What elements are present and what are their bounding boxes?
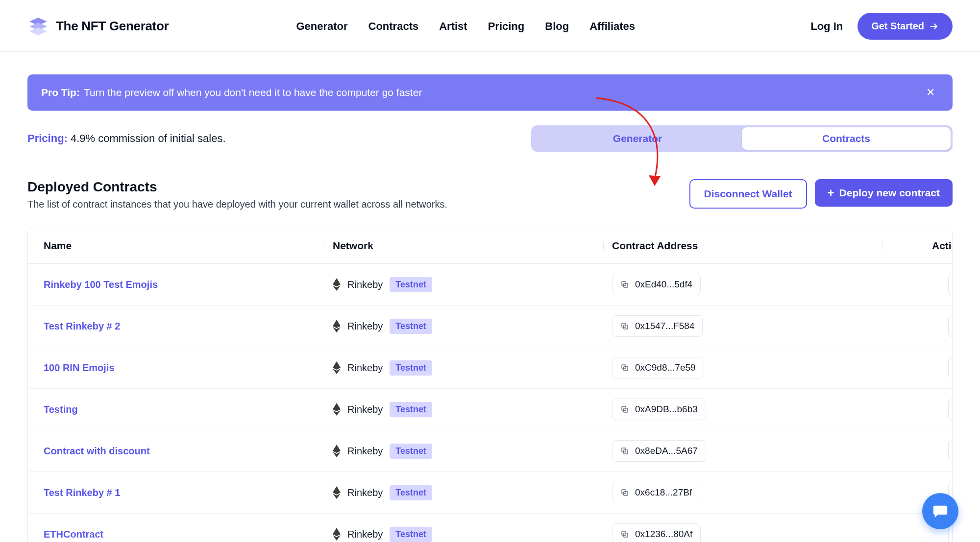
address-text: 0xA9DB...b6b3 <box>635 404 698 415</box>
contract-name-link[interactable]: Test Rinkeby # 1 <box>44 487 120 498</box>
copy-icon <box>620 363 629 372</box>
svg-marker-25 <box>333 486 341 495</box>
svg-marker-9 <box>333 320 341 328</box>
address-text: 0x8eDA...5A67 <box>635 446 698 456</box>
contract-name-link[interactable]: Testing <box>44 404 78 415</box>
delete-button[interactable] <box>948 357 953 378</box>
top-nav: Generator Contracts Artist Pricing Blog … <box>296 20 635 33</box>
nav-artist[interactable]: Artist <box>439 20 467 33</box>
th-network: Network <box>333 240 612 252</box>
svg-marker-2 <box>29 27 47 35</box>
network-name: Rinkeby <box>347 446 383 457</box>
nav-pricing[interactable]: Pricing <box>488 20 525 33</box>
network-name: Rinkeby <box>347 321 383 332</box>
th-address: Contract Address <box>612 240 891 252</box>
toggle-generator[interactable]: Generator <box>533 127 742 150</box>
network-badge: Testnet <box>390 402 432 417</box>
ethereum-icon <box>333 320 341 332</box>
login-link[interactable]: Log In <box>810 20 843 33</box>
contract-name-link[interactable]: Rinkeby 100 Test Emojis <box>44 279 158 290</box>
delete-button[interactable] <box>948 274 953 295</box>
ethereum-icon <box>333 445 341 457</box>
toggle-contracts[interactable]: Contracts <box>742 127 951 150</box>
chat-icon <box>932 503 949 519</box>
ethereum-icon <box>333 486 341 499</box>
contract-name-link[interactable]: Test Rinkeby # 2 <box>44 321 120 331</box>
network-badge: Testnet <box>390 319 432 334</box>
pricing-label: Pricing: <box>27 132 68 145</box>
nav-affiliates[interactable]: Affiliates <box>589 20 635 33</box>
address-text: 0xEd40...5df4 <box>635 279 692 290</box>
ethereum-icon <box>333 278 341 291</box>
pro-tip-banner: Pro Tip: Turn the preview off when you d… <box>27 74 953 111</box>
network-name: Rinkeby <box>347 404 383 415</box>
section-subtitle: The list of contract instances that you … <box>27 199 447 210</box>
th-actions: Actions <box>891 240 953 252</box>
address-copy-button[interactable]: 0xA9DB...b6b3 <box>612 399 706 420</box>
table-row: Rinkeby 100 Test EmojisRinkebyTestnet0xE… <box>28 264 952 306</box>
deploy-label: Deploy new contract <box>839 187 940 199</box>
address-copy-button[interactable]: 0x1236...80Af <box>612 523 701 542</box>
brand[interactable]: The NFT Generator <box>27 16 169 37</box>
address-copy-button[interactable]: 0x1547...F584 <box>612 315 703 337</box>
deploy-new-contract-button[interactable]: + Deploy new contract <box>815 179 953 207</box>
ethereum-icon <box>333 403 341 416</box>
network-badge: Testnet <box>390 527 432 542</box>
address-copy-button[interactable]: 0xC9d8...7e59 <box>612 357 704 378</box>
ethereum-icon <box>333 361 341 374</box>
address-text: 0x6c18...27Bf <box>635 487 692 498</box>
header-bar: The NFT Generator Generator Contracts Ar… <box>0 0 980 52</box>
address-copy-button[interactable]: 0x6c18...27Bf <box>612 482 700 503</box>
network-badge: Testnet <box>390 444 432 459</box>
network-name: Rinkeby <box>347 529 383 540</box>
delete-button[interactable] <box>948 440 953 462</box>
contract-name-link[interactable]: Contract with discount <box>44 446 150 456</box>
copy-icon <box>620 488 629 497</box>
pro-tip-label: Pro Tip: <box>41 87 80 98</box>
logo-icon <box>27 16 49 37</box>
nav-contracts[interactable]: Contracts <box>368 20 419 33</box>
nav-blog[interactable]: Blog <box>545 20 569 33</box>
arrow-right-icon <box>929 22 939 31</box>
svg-marker-5 <box>333 278 341 286</box>
address-text: 0xC9d8...7e59 <box>635 362 696 373</box>
section-title: Deployed Contracts <box>27 179 447 195</box>
network-badge: Testnet <box>390 360 432 376</box>
get-started-label: Get Started <box>871 21 924 32</box>
address-text: 0x1547...F584 <box>635 321 694 331</box>
ethereum-icon <box>333 528 341 541</box>
contracts-table: Name Network Contract Address Actions Ri… <box>27 228 953 542</box>
nav-generator[interactable]: Generator <box>296 20 347 33</box>
delete-button[interactable] <box>948 315 953 337</box>
svg-marker-29 <box>333 528 341 536</box>
close-icon[interactable]: ✕ <box>922 85 939 100</box>
table-row: TestingRinkebyTestnet0xA9DB...b6b3 <box>28 389 952 430</box>
delete-button[interactable] <box>948 399 953 420</box>
get-started-button[interactable]: Get Started <box>858 13 953 40</box>
table-row: Test Rinkeby # 2RinkebyTestnet0x1547...F… <box>28 306 952 347</box>
pro-tip-text: Turn the preview off when you don't need… <box>84 87 422 98</box>
table-header-row: Name Network Contract Address Actions <box>28 228 952 264</box>
contracts-section-header: Deployed Contracts The list of contract … <box>27 179 953 210</box>
contract-name-link[interactable]: 100 RIN Emojis <box>44 362 115 373</box>
network-name: Rinkeby <box>347 279 383 290</box>
table-row: 100 RIN EmojisRinkebyTestnet0xC9d8...7e5… <box>28 347 952 389</box>
copy-icon <box>620 280 629 289</box>
svg-marker-21 <box>333 445 341 453</box>
table-row: Contract with discountRinkebyTestnet0x8e… <box>28 430 952 472</box>
address-copy-button[interactable]: 0xEd40...5df4 <box>612 274 701 295</box>
address-copy-button[interactable]: 0x8eDA...5A67 <box>612 440 706 462</box>
network-badge: Testnet <box>390 277 432 292</box>
svg-marker-13 <box>333 361 341 370</box>
table-row: Test Rinkeby # 1RinkebyTestnet0x6c18...2… <box>28 472 952 514</box>
copy-icon <box>620 405 629 414</box>
plus-icon: + <box>828 187 834 199</box>
address-text: 0x1236...80Af <box>635 529 692 540</box>
chat-fab-button[interactable] <box>922 493 958 529</box>
pricing-toggle-row: Pricing: 4.9% commission of initial sale… <box>27 125 953 152</box>
network-badge: Testnet <box>390 485 432 500</box>
th-name: Name <box>44 240 333 252</box>
contract-name-link[interactable]: ETHContract <box>44 529 103 540</box>
disconnect-wallet-button[interactable]: Disconnect Wallet <box>689 179 807 209</box>
view-toggle: Generator Contracts <box>531 125 953 152</box>
